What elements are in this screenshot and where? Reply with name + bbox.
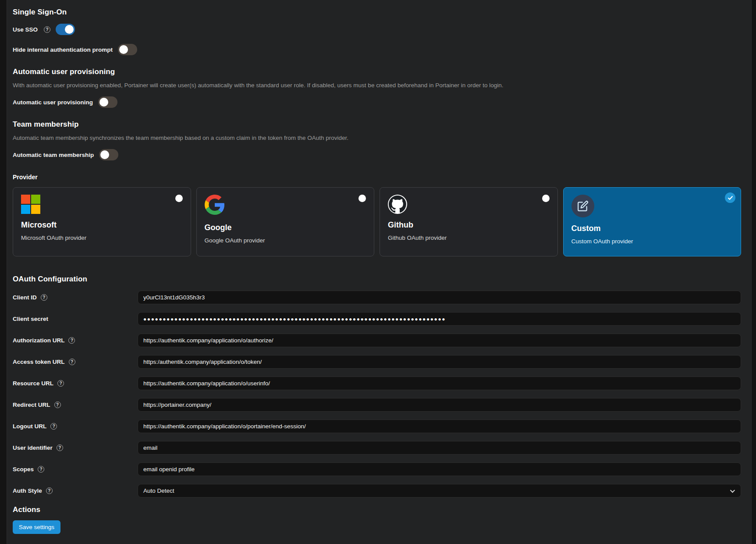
chevron-down-icon bbox=[730, 487, 735, 492]
toggle-knob bbox=[119, 45, 128, 54]
provider-card-description: Microsoft OAuth provider bbox=[21, 235, 183, 241]
access-token-url-row: Access token URL ? bbox=[13, 355, 741, 369]
logout-url-label: Logout URL bbox=[13, 423, 46, 430]
logout-url-input[interactable] bbox=[138, 420, 741, 433]
provider-card-custom[interactable]: Custom Custom OAuth provider bbox=[563, 187, 742, 256]
resource-url-input[interactable] bbox=[138, 377, 741, 390]
radio-unselected-icon[interactable] bbox=[542, 195, 550, 202]
provider-card-title: Google bbox=[205, 223, 366, 232]
microsoft-logo-icon bbox=[21, 195, 40, 214]
authorization-url-input[interactable] bbox=[138, 334, 741, 347]
provider-card-title: Custom bbox=[571, 224, 733, 233]
help-icon: ? bbox=[41, 294, 47, 301]
provisioning-description: With automatic user provisioning enabled… bbox=[13, 82, 741, 89]
team-section-title: Team membership bbox=[13, 120, 741, 129]
radio-unselected-icon[interactable] bbox=[175, 195, 183, 202]
auth-style-selected-value: Auto Detect bbox=[143, 487, 174, 494]
provider-card-github[interactable]: Github Github OAuth provider bbox=[380, 187, 558, 256]
redirect-url-input[interactable] bbox=[138, 398, 741, 412]
provider-card-google[interactable]: Google Google OAuth provider bbox=[196, 187, 375, 256]
provider-cards: Microsoft Microsoft OAuth provider Googl… bbox=[13, 187, 741, 256]
provider-card-microsoft[interactable]: Microsoft Microsoft OAuth provider bbox=[13, 187, 191, 256]
provisioning-toggle-label: Automatic user provisioning bbox=[13, 99, 93, 106]
authorization-url-row: Authorization URL ? bbox=[13, 334, 741, 347]
use-sso-toggle[interactable] bbox=[56, 24, 75, 35]
team-toggle[interactable] bbox=[99, 149, 118, 160]
auth-style-select[interactable]: Auto Detect bbox=[138, 484, 741, 498]
oauth-form: Client ID ? Client secret Authorization … bbox=[13, 291, 741, 498]
provider-card-title: Github bbox=[388, 220, 550, 230]
use-sso-label: Use SSO bbox=[13, 26, 38, 33]
provider-card-title: Microsoft bbox=[21, 220, 183, 230]
help-icon: ? bbox=[57, 444, 63, 451]
scopes-input[interactable] bbox=[138, 462, 741, 476]
github-logo-icon bbox=[388, 195, 407, 214]
scopes-row: Scopes ? bbox=[13, 462, 741, 476]
help-icon: ? bbox=[68, 337, 75, 344]
provisioning-row: Automatic user provisioning bbox=[13, 96, 741, 108]
hide-prompt-row: Hide internal authentication prompt bbox=[13, 44, 741, 55]
provider-card-description: Github OAuth provider bbox=[388, 235, 550, 241]
resource-url-label: Resource URL bbox=[13, 380, 53, 387]
toggle-knob bbox=[99, 98, 108, 107]
help-icon: ? bbox=[57, 380, 64, 387]
client-secret-input[interactable] bbox=[138, 312, 741, 326]
provisioning-toggle[interactable] bbox=[98, 96, 117, 108]
oauth-section-title: OAuth Configuration bbox=[13, 275, 741, 284]
user-identifier-row: User identifier ? bbox=[13, 441, 741, 455]
help-icon: ? bbox=[46, 487, 53, 494]
client-id-label: Client ID bbox=[13, 294, 37, 301]
provisioning-section-title: Automatic user provisioning bbox=[13, 68, 741, 76]
check-icon bbox=[725, 192, 735, 203]
client-secret-row: Client secret bbox=[13, 312, 741, 326]
help-icon: ? bbox=[44, 26, 50, 33]
radio-unselected-icon[interactable] bbox=[358, 195, 366, 202]
save-settings-button[interactable]: Save settings bbox=[13, 520, 60, 534]
provider-card-description: Google OAuth provider bbox=[205, 237, 366, 244]
toggle-knob bbox=[100, 150, 109, 159]
google-logo-icon bbox=[205, 195, 225, 215]
access-token-url-input[interactable] bbox=[138, 355, 741, 369]
help-icon: ? bbox=[38, 466, 44, 473]
auth-style-row: Auth Style ? Auto Detect bbox=[13, 484, 741, 498]
team-toggle-label: Automatic team membership bbox=[13, 152, 94, 158]
team-row: Automatic team membership bbox=[13, 149, 741, 160]
hide-prompt-label: Hide internal authentication prompt bbox=[13, 46, 113, 53]
sso-section-title: Single Sign-On bbox=[13, 8, 741, 17]
help-icon: ? bbox=[54, 402, 61, 408]
client-id-row: Client ID ? bbox=[13, 291, 741, 304]
client-secret-label: Client secret bbox=[13, 316, 48, 322]
hide-prompt-toggle[interactable] bbox=[118, 44, 137, 55]
auth-style-label: Auth Style bbox=[13, 487, 42, 494]
logout-url-row: Logout URL ? bbox=[13, 420, 741, 433]
provider-card-description: Custom OAuth provider bbox=[571, 238, 733, 245]
client-id-input[interactable] bbox=[138, 291, 741, 304]
toggle-knob bbox=[65, 25, 74, 34]
use-sso-row: Use SSO ? bbox=[13, 24, 741, 35]
resource-url-row: Resource URL ? bbox=[13, 377, 741, 390]
redirect-url-label: Redirect URL bbox=[13, 402, 50, 408]
edit-icon bbox=[571, 195, 594, 217]
access-token-url-label: Access token URL bbox=[13, 359, 65, 365]
scopes-label: Scopes bbox=[13, 466, 34, 473]
actions-section-title: Actions bbox=[13, 505, 741, 514]
provider-label: Provider bbox=[13, 174, 741, 181]
help-icon: ? bbox=[50, 423, 57, 430]
team-description: Automatic team membership synchronizes t… bbox=[13, 135, 741, 141]
user-identifier-label: User identifier bbox=[13, 444, 53, 451]
oauth-settings-panel: Single Sign-On Use SSO ? Hide internal a… bbox=[7, 0, 752, 544]
authorization-url-label: Authorization URL bbox=[13, 337, 64, 344]
help-icon: ? bbox=[69, 359, 75, 365]
redirect-url-row: Redirect URL ? bbox=[13, 398, 741, 412]
user-identifier-input[interactable] bbox=[138, 441, 741, 455]
